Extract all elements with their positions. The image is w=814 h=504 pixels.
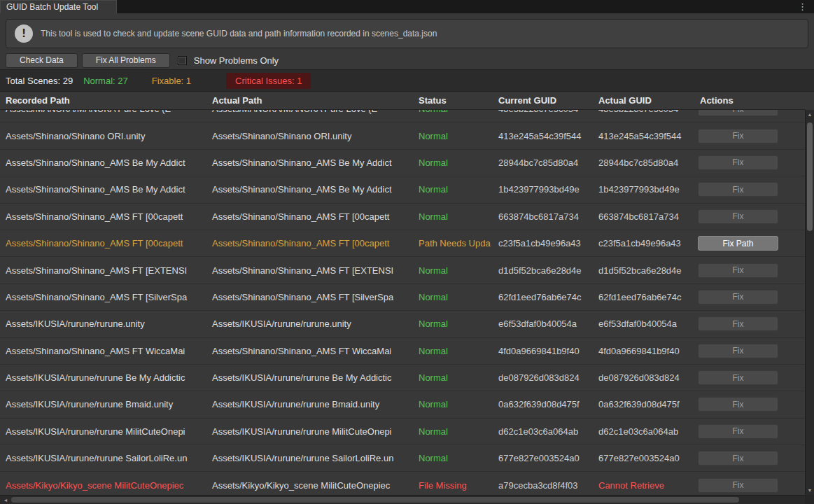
table-row: Assets/IKUSIA/rurune/rurune.unity Assets… bbox=[0, 311, 805, 337]
current-guid-cell: 413e245a54c39f544 bbox=[493, 131, 593, 141]
fix-button[interactable]: Fix bbox=[698, 397, 778, 412]
scroll-up-icon[interactable]: ▲ bbox=[806, 110, 814, 119]
header-current-guid: Current GUID bbox=[493, 95, 593, 106]
fix-button[interactable]: Fix bbox=[698, 209, 778, 224]
fix-button[interactable]: Fix bbox=[698, 110, 778, 116]
table-row: Assets/Shinano/Shinano_AMS FT [00capett … bbox=[0, 230, 805, 257]
scroll-down-icon[interactable]: ▼ bbox=[806, 486, 814, 495]
vertical-scrollbar-thumb[interactable] bbox=[807, 122, 813, 231]
actions-cell: Fix bbox=[694, 155, 805, 170]
fix-button[interactable]: Fix bbox=[698, 451, 778, 465]
table-row: Assets/Shinano/Shinano_AMS FT [EXTENSI A… bbox=[0, 257, 805, 284]
actions-cell: Fix bbox=[694, 182, 805, 197]
actual-path-cell: Assets/Shinano/Shinano_AMS FT [00capett bbox=[206, 211, 413, 222]
horizontal-scrollbar[interactable]: ◄ bbox=[0, 495, 805, 504]
check-data-button[interactable]: Check Data bbox=[6, 53, 78, 68]
status-cell: Normal bbox=[413, 372, 493, 383]
actual-path-cell: Assets/Shinano/Shinano_AMS FT WiccaMai bbox=[206, 346, 413, 356]
actual-path-cell: Assets/Shinano/Shinano_AMS FT [EXTENSI bbox=[206, 265, 413, 276]
fix-button[interactable]: Fix bbox=[698, 155, 778, 170]
actual-guid-cell: 1b423977993bd49e bbox=[593, 184, 694, 195]
actual-path-cell: Assets/IKUSIA/rurune/rurune Be My Addict… bbox=[206, 372, 413, 383]
fix-button[interactable]: Fix bbox=[698, 344, 778, 358]
fix-button[interactable]: Fix bbox=[698, 263, 778, 278]
actions-cell: Fix bbox=[694, 397, 805, 412]
table-row: Assets/IKUSIA/rurune/rurune Bmaid.unity … bbox=[0, 391, 805, 418]
current-guid-cell: 28944bc7c85d80a4 bbox=[493, 158, 593, 168]
fixable-count: Fixable: 1 bbox=[152, 76, 191, 86]
total-scenes-count: Total Scenes: 29 bbox=[6, 76, 73, 86]
actions-cell: Fix bbox=[694, 110, 805, 116]
status-cell: Normal bbox=[413, 292, 493, 302]
info-icon: ! bbox=[15, 24, 33, 43]
window-menu-icon[interactable]: ⋮ bbox=[798, 0, 807, 13]
table-row: Assets/Shinano/Shinano_AMS FT [00capett … bbox=[0, 204, 805, 230]
status-cell: Normal bbox=[413, 453, 493, 463]
current-guid-cell: 0a632f639d08d475f bbox=[493, 399, 593, 410]
recorded-path-cell: Assets/Shinano/Shinano_AMS FT [00capett bbox=[0, 211, 206, 222]
recorded-path-cell: Assets/Shinano/Shinano_AMS Be My Addict bbox=[0, 158, 206, 168]
table-row: Assets/MANUKA/MANUKA Pure Love (E Assets… bbox=[0, 110, 805, 122]
header-actions: Actions bbox=[694, 95, 805, 106]
actual-guid-cell: 62fd1eed76ab6e74c bbox=[593, 292, 694, 302]
scene-table: Recorded Path Actual Path Status Current… bbox=[0, 92, 805, 495]
show-problems-only-checkbox[interactable] bbox=[178, 56, 187, 65]
table-row: Assets/IKUSIA/rurune/rurune SailorLoliRe… bbox=[0, 445, 805, 472]
recorded-path-cell: Assets/Shinano/Shinano_AMS FT [00capett bbox=[0, 238, 206, 248]
fix-button[interactable]: Fix bbox=[698, 182, 778, 197]
table-row: Assets/IKUSIA/rurune/rurune Be My Addict… bbox=[0, 365, 805, 391]
recorded-path-cell: Assets/IKUSIA/rurune/rurune.unity bbox=[0, 318, 206, 329]
normal-count: Normal: 27 bbox=[83, 76, 128, 86]
fix-all-problems-button[interactable]: Fix All Problems bbox=[82, 53, 170, 68]
current-guid-cell: de087926d083d824 bbox=[493, 372, 593, 383]
actual-path-cell: Assets/IKUSIA/rurune/rurune.unity bbox=[206, 318, 413, 329]
actual-guid-cell: d62c1e03c6a064ab bbox=[593, 426, 694, 437]
tab-guid-batch-update-tool[interactable]: GUID Batch Update Tool bbox=[0, 0, 117, 13]
tab-bar: GUID Batch Update Tool ⋮ bbox=[0, 0, 814, 13]
actual-path-cell: Assets/IKUSIA/rurune/rurune MilitCuteOne… bbox=[206, 426, 413, 437]
fix-button[interactable]: Fix bbox=[698, 290, 778, 304]
actions-cell: Fix Path bbox=[694, 236, 805, 251]
actual-path-cell: Assets/Shinano/Shinano_AMS Be My Addict bbox=[206, 184, 413, 195]
recorded-path-cell: Assets/Kikyo/Kikyo_scene MilitCuteOnepie… bbox=[0, 480, 206, 491]
recorded-path-cell: Assets/IKUSIA/rurune/rurune Be My Addict… bbox=[0, 372, 206, 383]
current-guid-cell: 1b423977993bd49e bbox=[493, 184, 593, 195]
status-cell: Normal bbox=[413, 184, 493, 195]
critical-issues-badge: Critical Issues: 1 bbox=[226, 73, 311, 89]
summary-bar: Total Scenes: 29 Normal: 27 Fixable: 1 C… bbox=[0, 69, 814, 92]
fix-button[interactable]: Fix bbox=[698, 478, 778, 493]
fix-button[interactable]: Fix bbox=[698, 316, 778, 331]
horizontal-scrollbar-thumb[interactable] bbox=[11, 497, 739, 503]
actual-guid-cell: 677e827e003524a0 bbox=[593, 453, 694, 463]
actions-cell: Fix bbox=[694, 209, 805, 224]
status-cell: Normal bbox=[413, 110, 493, 114]
fix-button[interactable]: Fix bbox=[698, 129, 778, 144]
table-header-row: Recorded Path Actual Path Status Current… bbox=[0, 92, 805, 110]
vertical-scrollbar[interactable]: ▲ ▼ bbox=[805, 110, 814, 495]
scrollbar-corner bbox=[805, 495, 814, 504]
status-cell: Normal bbox=[413, 399, 493, 410]
fix-button[interactable]: Fix bbox=[698, 370, 778, 385]
actual-path-cell: Assets/MANUKA/MANUKA Pure Love (E bbox=[206, 110, 413, 114]
table-row: Assets/Shinano/Shinano_AMS Be My Addict … bbox=[0, 176, 805, 203]
fix-button[interactable]: Fix bbox=[698, 424, 778, 439]
status-cell: Normal bbox=[413, 158, 493, 168]
actions-cell: Fix bbox=[694, 344, 805, 358]
current-guid-cell: 48e3b228c7e5c054 bbox=[493, 110, 593, 114]
actions-cell: Fix bbox=[694, 290, 805, 304]
header-status: Status bbox=[413, 95, 493, 106]
table-row: Assets/IKUSIA/rurune/rurune MilitCuteOne… bbox=[0, 419, 805, 445]
recorded-path-cell: Assets/Shinano/Shinano_AMS FT [SilverSpa bbox=[0, 292, 206, 302]
scroll-left-icon[interactable]: ◄ bbox=[1, 496, 10, 504]
recorded-path-cell: Assets/Shinano/Shinano_AMS Be My Addict bbox=[0, 184, 206, 195]
actual-guid-cell: d1d5f52bca6e28d4e bbox=[593, 265, 694, 276]
table-body: Assets/MANUKA/MANUKA Pure Love (E Assets… bbox=[0, 110, 805, 495]
actual-path-cell: Assets/IKUSIA/rurune/rurune SailorLoliRe… bbox=[206, 453, 413, 463]
window-title: GUID Batch Update Tool bbox=[6, 2, 98, 12]
fix-button[interactable]: Fix Path bbox=[698, 236, 778, 251]
recorded-path-cell: Assets/Shinano/Shinano_AMS FT [EXTENSI bbox=[0, 265, 206, 276]
current-guid-cell: c23f5a1cb49e96a43 bbox=[493, 238, 593, 248]
table-row: Assets/Shinano/Shinano_AMS FT [SilverSpa… bbox=[0, 284, 805, 311]
status-cell: Normal bbox=[413, 426, 493, 437]
recorded-path-cell: Assets/IKUSIA/rurune/rurune SailorLoliRe… bbox=[0, 453, 206, 463]
